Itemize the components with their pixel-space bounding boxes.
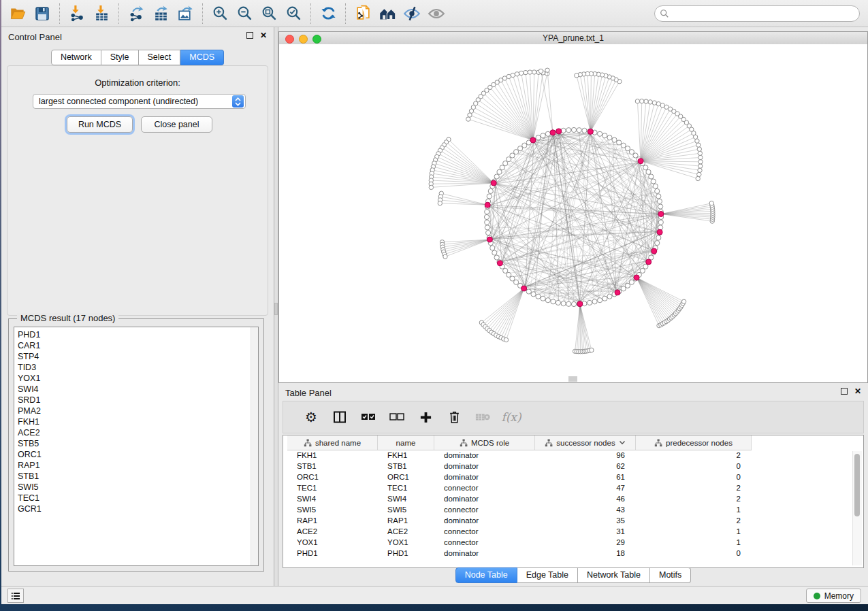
graph-node[interactable] <box>485 220 489 225</box>
graph-node[interactable] <box>494 174 499 179</box>
mcds-hub-node[interactable] <box>657 229 662 235</box>
graph-node[interactable] <box>577 128 581 133</box>
select-all-rows-button[interactable] <box>354 406 383 429</box>
graph-node[interactable] <box>490 246 495 250</box>
graph-node[interactable] <box>698 168 702 172</box>
result-list-scrollbar[interactable] <box>251 327 258 565</box>
graph-node[interactable] <box>709 201 713 205</box>
graph-node[interactable] <box>590 348 594 352</box>
graph-node[interactable] <box>648 100 652 104</box>
export-table-button[interactable] <box>148 2 173 25</box>
mcds-hub-node[interactable] <box>658 212 664 217</box>
graph-node[interactable] <box>607 135 612 140</box>
graph-node[interactable] <box>571 127 576 132</box>
graph-node[interactable] <box>658 204 663 209</box>
graph-node[interactable] <box>621 143 626 148</box>
graph-node[interactable] <box>640 99 644 103</box>
graph-node[interactable] <box>625 283 630 288</box>
search-input[interactable] <box>669 8 854 19</box>
result-node-item[interactable]: FKH1 <box>18 416 258 427</box>
graph-node[interactable] <box>625 146 630 151</box>
result-node-item[interactable]: CAR1 <box>18 340 258 351</box>
result-node-item[interactable]: PMA2 <box>18 406 258 416</box>
graph-node[interactable] <box>602 133 607 138</box>
zoom-selected-button[interactable] <box>281 2 306 25</box>
graph-node[interactable] <box>697 172 701 176</box>
graph-node[interactable] <box>592 299 597 304</box>
import-table-button[interactable] <box>89 2 114 25</box>
table-row[interactable]: SWI4SWI4dominator462 <box>287 493 850 504</box>
column-header-predecessor-nodes[interactable]: predecessor nodes <box>636 435 752 450</box>
result-node-item[interactable]: PHD1 <box>18 329 258 340</box>
mcds-hub-node[interactable] <box>646 259 652 265</box>
graph-node[interactable] <box>621 286 626 291</box>
graph-node[interactable] <box>504 337 508 342</box>
graph-node[interactable] <box>518 146 523 151</box>
graph-node[interactable] <box>653 184 658 188</box>
graph-node[interactable] <box>519 71 524 75</box>
graph-node[interactable] <box>443 254 447 259</box>
graph-node[interactable] <box>507 272 511 277</box>
result-node-item[interactable]: SRD1 <box>18 395 258 406</box>
show-columns-button[interactable] <box>325 406 354 429</box>
import-network-button[interactable] <box>65 2 89 25</box>
optimization-criterion-select[interactable]: largest connected component (undirected) <box>33 94 246 109</box>
result-node-item[interactable]: ORC1 <box>18 449 258 460</box>
graph-node[interactable] <box>539 69 543 73</box>
zoom-fit-button[interactable] <box>257 2 281 25</box>
graph-node[interactable] <box>571 301 576 306</box>
network-graph[interactable] <box>279 44 867 382</box>
graph-node[interactable] <box>561 301 566 306</box>
graph-node[interactable] <box>698 164 703 168</box>
graph-node[interactable] <box>582 128 587 133</box>
table-row[interactable]: FKH1FKH1dominator962 <box>287 450 850 461</box>
graph-node[interactable] <box>607 294 612 299</box>
zoom-in-button[interactable] <box>208 2 232 25</box>
graph-node[interactable] <box>492 250 497 255</box>
mcds-hub-node[interactable] <box>491 180 496 186</box>
graph-node[interactable] <box>503 161 508 166</box>
graph-node[interactable] <box>536 135 541 140</box>
graph-node[interactable] <box>438 201 442 205</box>
result-node-item[interactable]: SWI4 <box>18 384 258 395</box>
table-scrollbar[interactable] <box>852 451 862 565</box>
graph-node[interactable] <box>468 113 472 117</box>
graph-node[interactable] <box>617 140 622 145</box>
graph-node[interactable] <box>658 220 663 225</box>
result-node-item[interactable]: ACE2 <box>18 427 258 438</box>
graph-node[interactable] <box>556 300 560 305</box>
graph-node[interactable] <box>545 131 550 136</box>
task-history-button[interactable] <box>7 589 24 603</box>
graph-node[interactable] <box>541 296 545 301</box>
save-session-button[interactable] <box>30 2 54 25</box>
graph-node[interactable] <box>652 101 656 105</box>
delete-table-button[interactable] <box>468 406 497 429</box>
graph-node[interactable] <box>522 143 527 148</box>
mcds-hub-node[interactable] <box>634 275 639 280</box>
table-row[interactable]: YOX1YOX1connector291 <box>287 537 850 548</box>
graph-node[interactable] <box>575 73 579 78</box>
graph-node[interactable] <box>655 241 660 246</box>
network-splitter-handle[interactable] <box>568 376 577 382</box>
export-image-button[interactable] <box>173 2 197 25</box>
graph-node[interactable] <box>598 298 602 303</box>
zoom-out-button[interactable] <box>232 2 257 25</box>
table-scrollbar-thumb[interactable] <box>854 454 860 516</box>
tab-select[interactable]: Select <box>139 50 181 65</box>
graph-node[interactable] <box>500 165 504 170</box>
graph-node[interactable] <box>566 128 571 133</box>
table-settings-button[interactable]: ⚙ <box>297 406 325 429</box>
mcds-hub-node[interactable] <box>487 237 492 242</box>
show-all-button[interactable] <box>424 2 449 25</box>
graph-node[interactable] <box>629 280 634 284</box>
mcds-hub-node[interactable] <box>556 129 562 134</box>
graph-node[interactable] <box>655 188 660 193</box>
hide-selected-button[interactable] <box>400 2 424 25</box>
graph-node[interactable] <box>524 70 528 74</box>
mcds-hub-node[interactable] <box>485 202 490 208</box>
function-builder-button[interactable]: f(x) <box>497 406 526 429</box>
result-node-item[interactable]: TID3 <box>18 362 258 373</box>
graph-node[interactable] <box>466 117 470 121</box>
graph-node[interactable] <box>698 160 703 164</box>
deselect-all-rows-button[interactable] <box>383 406 411 429</box>
